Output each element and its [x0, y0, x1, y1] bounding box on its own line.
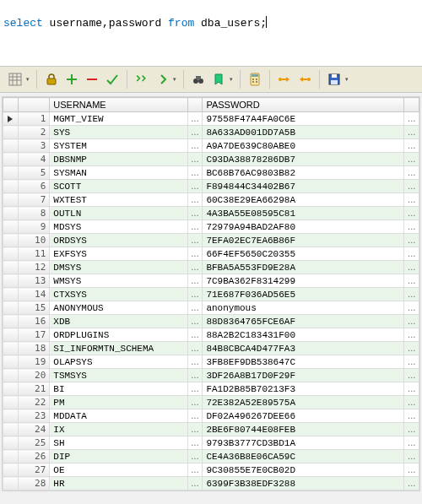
table-row[interactable]: 9MDSYS…72979A94BAD2AF80… — [3, 220, 419, 234]
cell-username[interactable]: XDB — [50, 315, 187, 328]
cell-username[interactable]: SI_INFORMTN_SCHEMA — [50, 342, 187, 355]
cell-ellipsis-button[interactable]: … — [404, 153, 419, 166]
bookmark-button[interactable] — [209, 69, 228, 89]
cell-password[interactable]: 66F4EF5650C20355 — [203, 247, 404, 261]
cell-password[interactable]: anonymous — [203, 301, 404, 315]
cell-ellipsis-button[interactable]: … — [404, 396, 419, 409]
cell-password[interactable]: 7EFA02EC7EA6B86F — [203, 234, 404, 247]
cell-password[interactable]: 9793B3777CD3BD1A — [203, 436, 404, 450]
cell-ellipsis-button[interactable]: … — [404, 112, 419, 126]
cell-username[interactable]: MDDATA — [50, 409, 187, 423]
table-row[interactable]: 25SH…9793B3777CD3BD1A… — [3, 436, 419, 450]
cell-username[interactable]: TSMSYS — [50, 369, 187, 382]
cell-ellipsis-button[interactable]: … — [404, 463, 419, 477]
cell-password[interactable]: DF02A496267DEE66 — [203, 409, 404, 423]
cell-username[interactable]: PM — [50, 396, 187, 409]
cell-ellipsis-button[interactable]: … — [187, 112, 203, 126]
column-header-password[interactable]: PASSWORD — [203, 98, 404, 112]
cell-ellipsis-button[interactable]: … — [187, 423, 203, 436]
cell-password[interactable]: 88D8364765FCE6AF — [203, 315, 404, 328]
table-row[interactable]: 19OLAPSYS…3FB8EF9DB538647C… — [3, 355, 419, 369]
table-row[interactable]: 14CTXSYS…71E687F036AD56E5… — [3, 288, 419, 301]
cell-username[interactable]: ORDSYS — [50, 234, 187, 247]
cell-password[interactable]: 8A633AD001DD7A5B — [203, 126, 404, 139]
cell-ellipsis-button[interactable]: … — [187, 315, 203, 328]
table-row[interactable]: 20TSMSYS…3DF26A8B17D0F29F… — [3, 369, 419, 382]
calculator-button[interactable] — [246, 69, 264, 89]
cell-password[interactable]: 3DF26A8B17D0F29F — [203, 369, 404, 382]
cell-ellipsis-button[interactable]: … — [404, 436, 419, 450]
save-dropdown[interactable]: ▾ — [343, 69, 351, 89]
cell-ellipsis-button[interactable]: … — [187, 247, 203, 261]
cell-ellipsis-button[interactable]: … — [404, 409, 419, 423]
cell-ellipsis-button[interactable]: … — [404, 166, 419, 180]
cell-username[interactable]: SYSMAN — [50, 166, 187, 180]
table-row[interactable]: 15ANONYMOUS…anonymous… — [3, 301, 419, 315]
cell-ellipsis-button[interactable]: … — [187, 193, 203, 207]
table-row[interactable]: 11EXFSYS…66F4EF5650C20355… — [3, 247, 419, 261]
cell-ellipsis-button[interactable]: … — [404, 328, 419, 342]
cell-username[interactable]: ANONYMOUS — [50, 301, 187, 315]
cell-ellipsis-button[interactable]: … — [404, 342, 419, 355]
cell-ellipsis-button[interactable]: … — [187, 396, 203, 409]
table-row[interactable]: 24IX…2BE6F80744E08FEB… — [3, 423, 419, 436]
save-button[interactable] — [325, 69, 344, 89]
table-row[interactable]: 10ORDSYS…7EFA02EC7EA6B86F… — [3, 234, 419, 247]
cell-ellipsis-button[interactable]: … — [187, 369, 203, 382]
cell-ellipsis-button[interactable]: … — [404, 355, 419, 369]
cell-password[interactable]: F894844C34402B67 — [203, 180, 404, 193]
cell-ellipsis-button[interactable]: … — [187, 261, 203, 274]
cell-ellipsis-button[interactable]: … — [404, 247, 419, 261]
cell-ellipsis-button[interactable]: … — [187, 166, 203, 180]
cell-password[interactable]: 2BE6F80744E08FEB — [203, 423, 404, 436]
table-row[interactable]: 18SI_INFORMTN_SCHEMA…84B8CBCA4D477FA3… — [3, 342, 419, 355]
cell-ellipsis-button[interactable]: … — [187, 342, 203, 355]
cell-ellipsis-button[interactable]: … — [404, 382, 419, 396]
cell-ellipsis-button[interactable]: … — [187, 207, 203, 220]
cell-username[interactable]: CTXSYS — [50, 288, 187, 301]
cell-username[interactable]: BI — [50, 382, 187, 396]
results-grid[interactable]: USERNAME PASSWORD 1MGMT_VIEW…97558F47A4F… — [2, 96, 420, 491]
cell-username[interactable]: MDSYS — [50, 220, 187, 234]
table-row[interactable]: 22PM…72E382A52E89575A… — [3, 396, 419, 409]
table-row[interactable]: 3SYSTEM…A9A7DE639C80ABE0… — [3, 139, 419, 153]
bookmark-dropdown[interactable]: ▾ — [227, 69, 235, 89]
cell-ellipsis-button[interactable]: … — [187, 409, 203, 423]
cell-ellipsis-button[interactable]: … — [187, 328, 203, 342]
cell-username[interactable]: MGMT_VIEW — [50, 112, 187, 126]
find-button[interactable] — [189, 69, 208, 89]
tx-rollback-button[interactable] — [295, 69, 314, 89]
cell-password[interactable]: 7C9BA362F8314299 — [203, 274, 404, 288]
cell-ellipsis-button[interactable]: … — [404, 477, 419, 490]
table-row[interactable]: 7WXTEST…60C38E29EA66298A… — [3, 193, 419, 207]
cell-ellipsis-button[interactable]: … — [404, 139, 419, 153]
cell-ellipsis-button[interactable]: … — [187, 180, 203, 193]
cell-ellipsis-button[interactable]: … — [187, 477, 203, 490]
cell-ellipsis-button[interactable]: … — [404, 369, 419, 382]
cell-username[interactable]: OE — [50, 463, 187, 477]
cell-username[interactable]: IX — [50, 423, 187, 436]
table-row[interactable]: 28HR…6399F3B38EDF3288… — [3, 477, 419, 490]
cell-username[interactable]: SYS — [50, 126, 187, 139]
column-header-username[interactable]: USERNAME — [50, 98, 187, 112]
refresh-dropdown[interactable]: ▾ — [170, 69, 179, 89]
cell-username[interactable]: ORDPLUGINS — [50, 328, 187, 342]
table-row[interactable]: 26DIP…CE4A36B8E06CA59C… — [3, 450, 419, 463]
cell-ellipsis-button[interactable]: … — [404, 274, 419, 288]
grid-view-dropdown[interactable]: ▾ — [24, 69, 32, 89]
refresh-all-button[interactable] — [133, 69, 151, 89]
cell-username[interactable]: WXTEST — [50, 193, 187, 207]
table-row[interactable]: 16XDB…88D8364765FCE6AF… — [3, 315, 419, 328]
cell-password[interactable]: A9A7DE639C80ABE0 — [203, 139, 404, 153]
table-row[interactable]: 2SYS…8A633AD001DD7A5B… — [3, 126, 419, 139]
cell-ellipsis-button[interactable]: … — [404, 220, 419, 234]
sql-editor[interactable]: select username,password from dba_users; — [0, 0, 422, 66]
table-row[interactable]: 23MDDATA…DF02A496267DEE66… — [3, 409, 419, 423]
cell-password[interactable]: 9C30855E7E0CB02D — [203, 463, 404, 477]
cell-ellipsis-button[interactable]: … — [187, 450, 203, 463]
add-row-button[interactable] — [62, 69, 81, 89]
cell-ellipsis-button[interactable]: … — [404, 301, 419, 315]
cell-ellipsis-button[interactable]: … — [187, 463, 203, 477]
refresh-button[interactable] — [153, 69, 171, 89]
cell-ellipsis-button[interactable]: … — [187, 382, 203, 396]
